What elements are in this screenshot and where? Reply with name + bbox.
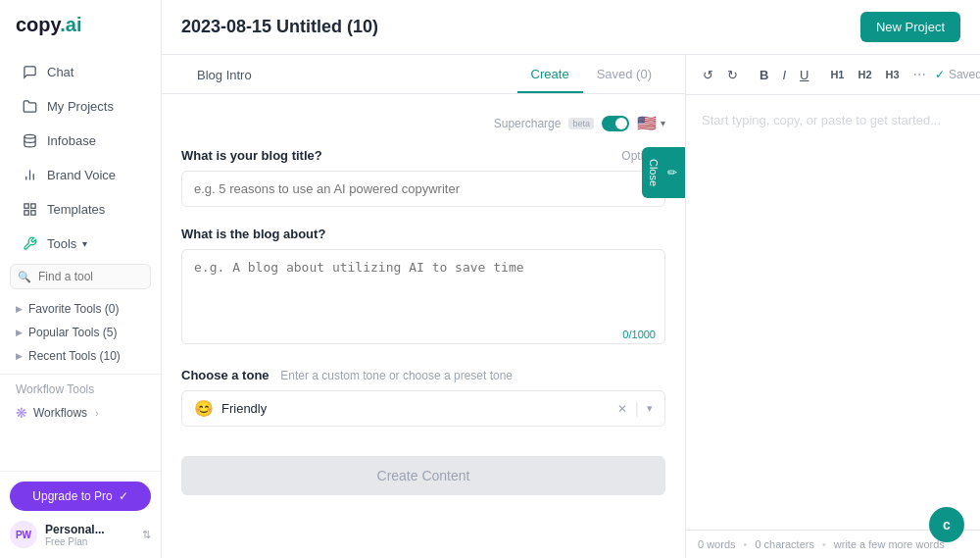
word-count: 0 words [698,538,736,550]
bold-button[interactable]: B [755,65,773,85]
upgrade-check-icon: ✓ [119,489,128,503]
h3-button[interactable]: H3 [881,66,905,83]
h2-button[interactable]: H2 [853,66,876,83]
sidebar-item-infobase[interactable]: Infobase [6,124,155,157]
sidebar-bottom: Upgrade to Pro ✓ PW Personal... Free Pla… [0,471,161,558]
tool-form-panel: Blog Intro Create Saved (0) Supercharge … [162,55,686,558]
sidebar-item-templates[interactable]: Templates [6,192,155,226]
favorite-tools-arrow: ▶ [16,304,23,314]
editor-toolbar: ↺ ↻ B I U H1 H2 H3 ··· ✓ Saved [686,55,980,95]
flag-icon: 🇺🇸 [637,114,657,132]
new-project-button[interactable]: New Project [860,12,960,42]
char-count-footer: 0 characters [755,538,814,550]
popular-tools-arrow: ▶ [16,328,23,337]
user-plan: Free Plan [45,536,134,547]
supercharge-label: Supercharge [494,117,562,130]
underline-button[interactable]: U [795,65,813,85]
editor-placeholder: Start typing, copy, or paste to get star… [702,113,941,127]
svg-point-0 [24,134,34,138]
tab-links: Create Saved (0) [517,55,665,93]
grid-icon [22,201,37,217]
footer-hint: write a few more words [834,538,945,550]
blog-about-textarea[interactable] [181,249,665,344]
main-header: 2023-08-15 Untitled (10) New Project [162,0,980,55]
upgrade-label: Upgrade to Pro [32,489,112,503]
sidebar-item-brand-voice-label: Brand Voice [47,168,116,182]
fab-button[interactable]: c [929,507,964,542]
saved-text: Saved [949,68,980,81]
blog-title-input[interactable] [181,171,665,207]
tone-field: Choose a tone Enter a custom tone or cho… [181,368,665,427]
pencil-icon: ✏ [665,166,679,179]
sidebar-item-brand-voice[interactable]: Brand Voice [6,158,155,191]
blog-about-field: What is the blog about? 0/1000 [181,227,665,348]
upgrade-btn[interactable]: Upgrade to Pro ✓ [10,482,151,511]
workflow-label: Workflow Tools [10,380,151,400]
user-row[interactable]: PW Personal... Free Plan ⇅ [10,521,151,548]
tool-form-body: Supercharge beta 🇺🇸 ▾ What is your blog … [162,94,685,515]
redo-button[interactable]: ↻ [722,65,743,85]
svg-rect-7 [24,210,27,214]
folder-icon [22,98,37,114]
logo: copy.ai [0,0,161,50]
tools-chevron-icon: ▾ [82,238,87,249]
sidebar-item-chat[interactable]: Chat [6,55,155,88]
editor-body[interactable]: Start typing, copy, or paste to get star… [686,95,980,530]
sidebar-item-tools[interactable]: Tools ▾ [6,227,155,260]
tone-text: Friendly [221,401,610,416]
sidebar-item-chat-label: Chat [47,65,74,79]
tab-create[interactable]: Create [517,55,583,93]
sidebar-item-templates-label: Templates [47,202,105,217]
flag-select[interactable]: 🇺🇸 ▾ [637,114,665,132]
undo-button[interactable]: ↺ [698,65,718,85]
sidebar-nav: Chat My Projects Infobase Brand Voice [0,50,161,471]
workflows-chevron: › [95,408,98,419]
page-title: 2023-08-15 Untitled (10) [181,17,378,37]
main-content: 2023-08-15 Untitled (10) New Project Blo… [162,0,980,558]
svg-rect-6 [30,210,34,214]
recent-tools-label: Recent Tools (10) [28,349,121,363]
saved-label: ✓ Saved [935,68,980,81]
svg-rect-4 [24,203,27,207]
popular-tools-item[interactable]: ▶ Popular Tools (5) [10,321,151,344]
svg-rect-5 [30,203,34,207]
close-panel-button[interactable]: ✏ Close [642,147,685,198]
more-options-button[interactable]: ··· [908,63,931,86]
logo-copy: copy [16,14,60,35]
sidebar-item-my-projects[interactable]: My Projects [6,89,155,123]
workflows-item[interactable]: ❋ Workflows › [10,400,151,426]
sidebar-item-my-projects-label: My Projects [47,99,114,114]
sidebar-item-infobase-label: Infobase [47,133,96,148]
blog-title-label: What is your blog title? Optional [181,148,665,163]
tone-select[interactable]: 😊 Friendly ✕ | ▾ [181,390,665,427]
favorite-tools-item[interactable]: ▶ Favorite Tools (0) [10,297,151,321]
tone-chevron-icon: ▾ [647,402,653,415]
fab-icon: c [943,517,951,533]
editor-panel: ↺ ↻ B I U H1 H2 H3 ··· ✓ Saved Start typ… [686,55,980,558]
footer-dot-2: • [822,538,826,550]
italic-button[interactable]: I [777,65,791,85]
tab-saved[interactable]: Saved (0) [583,55,665,93]
tone-clear-button[interactable]: ✕ [617,402,627,416]
search-icon: 🔍 [18,271,31,283]
tool-tabs: Blog Intro Create Saved (0) [162,55,685,94]
tool-search-box: 🔍 [10,264,151,289]
recent-tools-item[interactable]: ▶ Recent Tools (10) [10,344,151,368]
supercharge-toggle[interactable] [602,116,629,131]
logo-dot: .ai [60,14,81,35]
supercharge-row: Supercharge beta 🇺🇸 ▾ [181,114,665,132]
user-info: Personal... Free Plan [45,523,134,547]
sidebar-item-tools-label: Tools ▾ [47,236,87,251]
tool-name: Blog Intro [181,56,268,92]
h1-button[interactable]: H1 [825,66,849,83]
blog-about-wrapper: 0/1000 [181,249,665,348]
flag-chevron-icon: ▾ [661,118,665,128]
blog-about-label: What is the blog about? [181,227,665,241]
create-content-button[interactable]: Create Content [181,456,665,495]
blog-title-field: What is your blog title? Optional [181,148,665,207]
check-icon: ✓ [935,68,945,81]
footer-dot-1: • [744,538,748,550]
user-chevron-icon: ⇅ [142,529,151,541]
popular-tools-label: Popular Tools (5) [28,326,118,339]
sidebar: copy.ai Chat My Projects Infobase [0,0,162,558]
